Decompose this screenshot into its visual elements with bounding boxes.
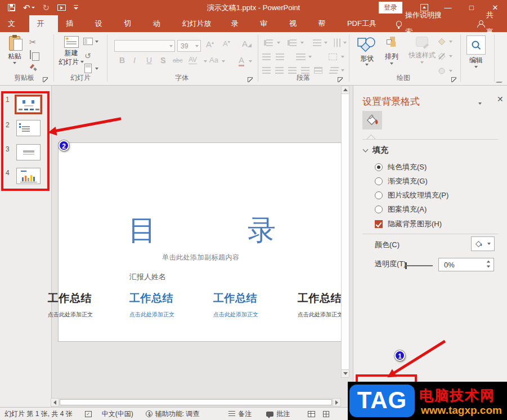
align-text-dropdown-icon[interactable] <box>341 56 344 58</box>
comments-button[interactable]: 批注 <box>266 409 290 419</box>
notes-button[interactable]: 备注 <box>228 409 252 419</box>
paste-button[interactable]: 粘贴 <box>8 36 21 64</box>
italic-button[interactable]: I <box>133 56 136 65</box>
grow-font-button[interactable]: A▴ <box>206 39 214 49</box>
language-button[interactable]: 中文(中国) <box>102 409 133 419</box>
text-shadow-button[interactable]: S <box>160 56 165 65</box>
fill-tab-button[interactable] <box>362 111 382 129</box>
scroll-left-button[interactable] <box>51 398 59 406</box>
underline-button[interactable]: U <box>146 56 152 65</box>
new-slide-button[interactable]: ✳ 新建 幻灯片 <box>59 36 84 66</box>
font-dialog-launcher[interactable] <box>248 77 253 82</box>
save-icon[interactable] <box>8 4 15 11</box>
tab-insert[interactable]: 插入 <box>58 15 87 32</box>
editing-button[interactable]: 编辑 <box>466 35 486 68</box>
login-button[interactable]: 登录 <box>379 2 402 14</box>
align-text-icon[interactable] <box>329 53 337 60</box>
slide-presenter-placeholder[interactable]: 汇报人姓名 <box>129 272 166 282</box>
slide-column-3[interactable]: 工作总结 点击此处添加正文 <box>213 291 258 319</box>
collapse-ribbon-icon[interactable] <box>496 78 506 83</box>
scroll-down-button[interactable] <box>341 369 349 378</box>
tab-pdf-tools[interactable]: PDF工具集 <box>339 15 388 32</box>
arrange-button[interactable]: 排列 <box>385 37 398 65</box>
slide-layout-button[interactable] <box>83 38 98 45</box>
slide-column-4[interactable]: 工作总结 点击此处添加正文 <box>298 291 343 319</box>
paste-dropdown-icon[interactable] <box>13 62 16 64</box>
scroll-up-button[interactable] <box>341 86 349 94</box>
font-color-button[interactable]: A <box>239 55 244 65</box>
tab-design[interactable]: 设计 <box>87 15 116 32</box>
character-spacing-dropdown-icon[interactable] <box>204 60 207 62</box>
tab-view[interactable]: 视图 <box>281 15 311 32</box>
slide-subtitle-placeholder[interactable]: 单击此处添加副标题内容 <box>162 253 240 262</box>
smartart-dropdown-icon[interactable] <box>341 69 344 72</box>
paragraph-dialog-launcher[interactable] <box>338 77 343 82</box>
clipboard-dialog-launcher[interactable] <box>43 77 48 82</box>
cut-icon[interactable]: ✂ <box>29 37 37 47</box>
normal-view-button[interactable] <box>308 411 315 417</box>
bullets-icon[interactable] <box>266 39 273 46</box>
quick-styles-button[interactable]: 快速样式 <box>409 37 436 64</box>
maximize-button[interactable]: □ <box>460 0 483 15</box>
font-name-combo[interactable] <box>114 40 175 52</box>
character-spacing-button[interactable]: AV <box>189 56 197 64</box>
numbering-dropdown-icon[interactable] <box>300 42 304 44</box>
tab-transitions[interactable]: 切换 <box>116 15 145 32</box>
clear-formatting-button[interactable]: A◢ <box>242 39 252 48</box>
slide-title-char-right[interactable]: 录 <box>248 216 276 244</box>
color-picker-button[interactable] <box>471 236 495 251</box>
numbering-icon[interactable] <box>290 39 297 46</box>
shape-outline-icon[interactable] <box>438 52 447 62</box>
undo-button[interactable]: ↶ <box>23 3 35 12</box>
spin-up-icon[interactable] <box>486 260 491 265</box>
columns-dropdown-icon[interactable] <box>308 56 312 58</box>
tab-help[interactable]: 帮助 <box>310 15 339 32</box>
share-button[interactable]: 共享 <box>469 15 507 32</box>
change-case-dropdown-icon[interactable] <box>222 60 225 62</box>
transparency-value-box[interactable]: 0% <box>438 258 494 271</box>
bullets-dropdown-icon[interactable] <box>277 42 280 44</box>
strikethrough-button[interactable]: abc <box>173 57 183 64</box>
shapes-button[interactable]: 形状 <box>357 37 377 66</box>
scroll-right-button[interactable] <box>333 398 341 406</box>
drawing-dialog-launcher[interactable] <box>451 77 456 82</box>
bold-button[interactable]: B <box>119 56 125 65</box>
fill-section-header[interactable]: 填充 <box>364 145 388 155</box>
slide-title-char-left[interactable]: 目 <box>128 216 156 244</box>
tab-record[interactable]: 录制 <box>223 15 253 32</box>
line-spacing-dropdown-icon[interactable] <box>324 42 327 44</box>
accessibility-button[interactable]: 辅助功能: 调查 <box>146 409 200 419</box>
customize-qat-icon[interactable] <box>74 5 79 11</box>
copy-icon[interactable] <box>30 50 31 59</box>
tab-review[interactable]: 审阅 <box>252 15 281 32</box>
tell-me-search[interactable]: 操作说明搜索 <box>388 15 452 32</box>
horizontal-scrollbar[interactable] <box>51 398 341 406</box>
increase-indent-icon[interactable] <box>276 53 284 60</box>
change-case-button[interactable]: Aa <box>209 56 218 64</box>
redo-icon[interactable]: ↻ <box>43 3 50 12</box>
slide-column-2[interactable]: 工作总结 点击此处添加正文 <box>129 291 174 319</box>
transparency-slider-track[interactable] <box>406 265 433 266</box>
panel-close-icon[interactable]: ✕ <box>497 95 504 104</box>
shape-fill-dropdown-icon[interactable] <box>449 41 452 43</box>
shape-effects-dropdown-icon[interactable] <box>449 70 452 72</box>
slide-sorter-view-button[interactable] <box>323 411 329 417</box>
line-spacing-icon[interactable] <box>313 39 321 46</box>
slide-column-1[interactable]: 工作总结 点击此处添加正文 <box>48 291 93 319</box>
shape-outline-dropdown-icon[interactable] <box>449 55 452 57</box>
tab-home[interactable]: 开始 <box>29 15 59 32</box>
option-hide-background[interactable]: 隐藏背景图形(H) <box>375 219 442 229</box>
spellcheck-button[interactable]: ✓ <box>85 411 92 417</box>
shrink-font-button[interactable]: A▾ <box>223 39 230 48</box>
columns-icon[interactable] <box>296 53 306 60</box>
vertical-scrollbar[interactable] <box>341 86 349 378</box>
option-pattern-fill[interactable]: 图案填充(A) <box>375 204 427 215</box>
text-direction-dropdown-icon[interactable] <box>343 42 347 44</box>
tab-animations[interactable]: 动画 <box>145 15 174 32</box>
decrease-indent-icon[interactable] <box>262 53 271 60</box>
tab-file[interactable]: 文件 <box>0 15 29 32</box>
text-direction-icon[interactable] <box>334 39 341 47</box>
font-color-dropdown-icon[interactable] <box>249 60 252 62</box>
section-button[interactable] <box>83 65 98 72</box>
reset-slide-icon[interactable]: ↺ <box>84 51 91 60</box>
